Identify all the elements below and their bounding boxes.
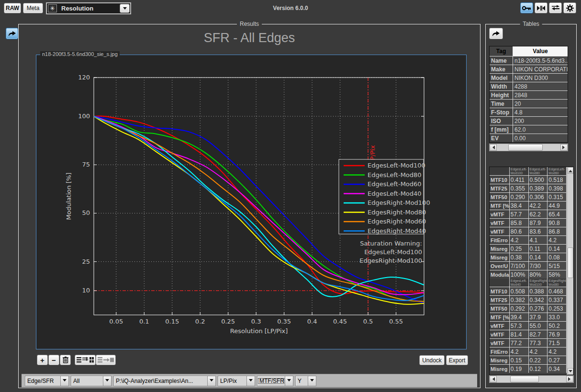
mtf-value-cell[interactable]: 83.6	[529, 227, 548, 235]
mtf-value-cell[interactable]: 0.276	[529, 304, 548, 313]
mtf-value-cell[interactable]: 4.2	[529, 347, 548, 356]
mtf-value-cell[interactable]: 0.08	[547, 253, 567, 261]
mtf-value-cell[interactable]: 0.518	[547, 176, 567, 184]
exif-value-cell[interactable]: 62.0	[513, 125, 568, 134]
mtf-value-cell[interactable]: 76.9	[547, 330, 567, 338]
mtf-value-cell[interactable]: 4.1	[529, 236, 548, 244]
settings-button[interactable]	[563, 2, 576, 13]
tables-undock-arrow-button[interactable]	[489, 28, 503, 39]
mtf-table-vscrollbar[interactable]	[567, 167, 573, 375]
key-button[interactable]	[520, 2, 533, 13]
output-select[interactable]: MTF/SFR	[257, 376, 293, 386]
mtf-value-cell[interactable]: 0.15	[510, 356, 529, 364]
exif-value-cell[interactable]: 4.8	[513, 108, 568, 116]
path-select[interactable]: P:\iQ-Analyzer\Examples\An...	[113, 376, 216, 386]
collapse-panes-button[interactable]	[535, 2, 547, 13]
mtf-value-cell[interactable]: 0.315	[547, 193, 567, 201]
mtf-value-cell[interactable]: 80%	[529, 270, 548, 279]
exif-value-cell[interactable]: 0.00	[513, 134, 568, 142]
mtf-value-cell[interactable]: 37.9	[529, 313, 548, 321]
zoom-out-button[interactable]: −	[48, 355, 59, 365]
scrollbar-thumb[interactable]	[568, 247, 573, 278]
mtf-value-cell[interactable]: 0.14	[529, 253, 548, 261]
axis-select[interactable]: Y	[295, 376, 316, 386]
mtf-value-cell[interactable]: 4.2	[547, 347, 567, 356]
mtf-value-cell[interactable]: 0.38	[510, 253, 529, 261]
mtf-value-cell[interactable]: 0.306	[529, 193, 548, 201]
mtf-value-cell[interactable]: 0.389	[529, 184, 548, 192]
mtf-value-cell[interactable]: 90.8	[547, 219, 567, 227]
exif-value-cell[interactable]: NIKON CORPORATI.	[513, 65, 568, 73]
mtf-value-cell[interactable]: 65.4	[547, 210, 567, 218]
mtf-value-cell[interactable]: 0.355	[510, 184, 529, 192]
mtf-table-hscrollbar[interactable]	[489, 375, 574, 383]
scroll-left-icon[interactable]	[490, 376, 497, 382]
undock-button[interactable]: Undock	[419, 355, 445, 365]
mtf-value-cell[interactable]: 0.25	[510, 245, 529, 253]
mtf-value-cell[interactable]: 44.9	[547, 202, 567, 210]
units-select[interactable]: LP/Pix	[218, 376, 255, 386]
mtf-value-cell[interactable]: 86.8	[547, 227, 567, 235]
mtf-value-cell[interactable]: 82.7	[529, 330, 548, 338]
mtf-value-cell[interactable]: 80.6	[510, 227, 529, 235]
mtf-value-cell[interactable]: 81.4	[510, 330, 529, 338]
multi-plot-layout-button[interactable]	[75, 355, 96, 365]
mtf-value-cell[interactable]: 4.2	[510, 236, 529, 244]
mtf-value-cell[interactable]: 39.4	[510, 313, 529, 321]
mtf-value-cell[interactable]: 0.411	[510, 176, 529, 184]
exif-value-cell[interactable]: 2848	[513, 91, 568, 99]
mtf-value-cell[interactable]: 0.388	[529, 287, 548, 295]
scroll-left-icon[interactable]	[490, 144, 497, 151]
exif-value-cell[interactable]: 200	[513, 117, 568, 125]
mtf-value-cell[interactable]: 0.27	[547, 356, 567, 364]
scroll-right-icon[interactable]	[560, 144, 568, 151]
exif-value-cell[interactable]: n18-200f3.5-5.6nd3..	[513, 56, 568, 65]
mtf-value-cell[interactable]: 0.337	[547, 296, 567, 304]
scroll-down-icon[interactable]	[568, 368, 573, 375]
exif-value-cell[interactable]: 20	[513, 100, 568, 108]
mtf-value-cell[interactable]: 58%	[547, 270, 567, 279]
mtf-value-cell[interactable]: 85.8	[510, 219, 529, 227]
mtf-value-cell[interactable]: 5/15	[547, 262, 567, 270]
mtf-value-cell[interactable]: 0.14	[547, 245, 567, 253]
meta-button[interactable]: Meta	[23, 3, 43, 13]
edges-filter-select[interactable]: All	[71, 376, 112, 386]
mtf-value-cell[interactable]: 0.22	[529, 356, 548, 364]
mtf-value-cell[interactable]: 0.500	[529, 176, 548, 184]
mtf-value-cell[interactable]: 77.2	[510, 339, 529, 347]
chevron-down-icon[interactable]	[60, 376, 68, 386]
swap-arrows-button[interactable]	[549, 2, 562, 13]
mtf-value-cell[interactable]: 0.508	[510, 287, 529, 295]
analysis-select[interactable]: Edge/SFR	[25, 376, 69, 386]
chevron-down-icon[interactable]	[103, 376, 111, 386]
exif-value-cell[interactable]: NIKON D300	[513, 74, 568, 82]
exif-value-cell[interactable]: 4288	[513, 82, 568, 90]
mtf-value-cell[interactable]: 57.7	[510, 210, 529, 218]
mtf-value-cell[interactable]: 50.2	[547, 322, 567, 330]
mtf-value-cell[interactable]: 62.2	[529, 210, 548, 218]
export-button[interactable]: Export	[446, 355, 468, 365]
chevron-down-icon[interactable]	[207, 376, 215, 386]
mtf-value-cell[interactable]: 33.0	[547, 313, 567, 321]
raw-button[interactable]: RAW	[4, 3, 21, 13]
mtf-value-cell[interactable]: 0.292	[510, 304, 529, 313]
mtf-value-cell[interactable]: 55.0	[529, 322, 548, 330]
scroll-right-icon[interactable]	[566, 376, 573, 382]
mtf-value-cell[interactable]: 0.19	[510, 365, 529, 373]
mtf-value-cell[interactable]: 0.398	[547, 184, 567, 192]
mtf-value-cell[interactable]: 0.468	[547, 287, 567, 295]
chevron-down-icon[interactable]	[246, 376, 255, 386]
mtf-value-cell[interactable]: 7/100	[510, 262, 529, 270]
delete-button[interactable]	[60, 355, 71, 365]
mtf-value-cell[interactable]: 0.34	[547, 365, 567, 373]
mtf-value-cell[interactable]: 0.11	[529, 245, 548, 253]
mtf-value-cell[interactable]: 4.2	[510, 347, 529, 356]
exif-table-hscrollbar[interactable]	[489, 144, 568, 151]
mtf-value-cell[interactable]: 0.290	[510, 193, 529, 201]
mtf-value-cell[interactable]: 0.253	[547, 304, 567, 313]
mtf-value-cell[interactable]: 0.12	[529, 365, 548, 373]
mtf-value-cell[interactable]: 7/30	[529, 262, 548, 270]
mtf-value-cell[interactable]: 100%	[510, 270, 529, 279]
mtf-value-cell[interactable]: 0.382	[510, 296, 529, 304]
chevron-down-icon[interactable]	[308, 376, 316, 386]
